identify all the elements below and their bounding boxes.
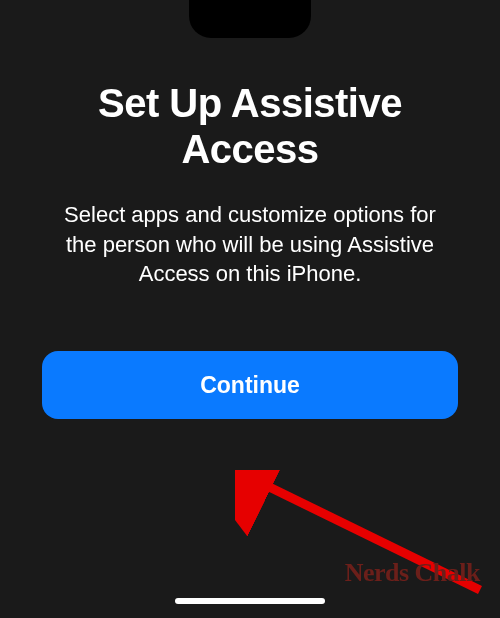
main-content: Set Up Assistive Access Select apps and … xyxy=(0,0,500,618)
device-notch xyxy=(189,0,311,38)
page-description: Select apps and customize options for th… xyxy=(40,200,460,289)
home-indicator[interactable] xyxy=(175,598,325,604)
watermark-text: Nerds Chalk xyxy=(345,558,480,588)
page-title: Set Up Assistive Access xyxy=(40,80,460,172)
continue-button[interactable]: Continue xyxy=(42,351,458,419)
